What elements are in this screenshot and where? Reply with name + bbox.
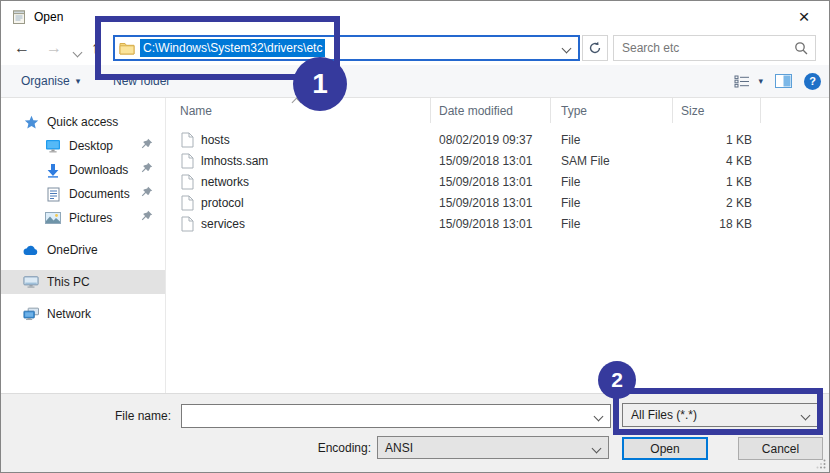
sidebar-item-onedrive[interactable]: OneDrive xyxy=(1,238,165,262)
file-date: 08/02/2019 09:37 xyxy=(431,129,551,150)
file-date: 15/09/2018 13:01 xyxy=(431,171,551,192)
chevron-down-icon xyxy=(562,44,572,54)
up-arrow-icon: ↑ xyxy=(91,39,99,57)
file-name-input[interactable] xyxy=(181,404,611,428)
notepad-icon xyxy=(11,9,27,25)
open-button[interactable]: Open xyxy=(622,437,708,460)
file-icon xyxy=(181,174,194,190)
table-row[interactable]: services 15/09/2018 13:01 File 18 KB xyxy=(167,213,828,234)
address-bar[interactable]: C:\Windows\System32\drivers\etc xyxy=(113,35,580,61)
network-icon xyxy=(23,306,39,322)
encoding-value: ANSI xyxy=(385,441,413,455)
table-row[interactable]: lmhosts.sam 15/09/2018 13:01 SAM File 4 … xyxy=(167,150,828,171)
view-mode-button[interactable]: ▾ xyxy=(734,75,763,88)
address-path-selected-text[interactable]: C:\Windows\System32\drivers\etc xyxy=(140,39,325,57)
back-button[interactable]: ← xyxy=(9,33,35,63)
chevron-down-icon[interactable] xyxy=(595,409,610,423)
sidebar-item-desktop[interactable]: Desktop xyxy=(1,134,165,158)
file-icon xyxy=(181,216,194,232)
onedrive-icon xyxy=(23,242,39,258)
title-bar: Open × xyxy=(1,1,829,33)
search-box[interactable]: Search etc xyxy=(613,35,816,61)
file-type: File xyxy=(551,213,673,234)
file-name: services xyxy=(201,217,245,231)
pin-icon xyxy=(141,186,153,198)
encoding-label: Encoding: xyxy=(271,441,371,455)
search-placeholder: Search etc xyxy=(614,41,679,55)
new-folder-label: New folder xyxy=(113,74,170,88)
pin-icon xyxy=(141,210,153,222)
forward-button[interactable]: → xyxy=(41,33,67,63)
sidebar-item-network[interactable]: Network xyxy=(1,302,165,326)
sidebar-item-pictures[interactable]: Pictures xyxy=(1,206,165,230)
cancel-button[interactable]: Cancel xyxy=(738,437,823,460)
file-date: 15/09/2018 13:01 xyxy=(431,192,551,213)
sidebar-item-downloads[interactable]: Downloads xyxy=(1,158,165,182)
address-dropdown-button[interactable] xyxy=(563,41,578,55)
this-pc-icon xyxy=(23,274,39,290)
sort-ascending-icon xyxy=(293,95,301,103)
encoding-select[interactable]: ANSI xyxy=(377,436,609,459)
command-toolbar: Organise ▾ New folder ▾ ? xyxy=(1,65,829,98)
folder-icon xyxy=(119,41,135,55)
column-headers: Name Date modified Type Size xyxy=(167,98,828,123)
preview-pane-button[interactable] xyxy=(775,74,792,88)
back-arrow-icon: ← xyxy=(14,39,30,57)
table-row[interactable]: protocol 15/09/2018 13:01 File 2 KB xyxy=(167,192,828,213)
file-type: File xyxy=(551,171,673,192)
pin-icon xyxy=(141,138,153,150)
file-name: hosts xyxy=(201,133,230,147)
question-mark-icon: ? xyxy=(809,75,816,87)
column-header-date-modified[interactable]: Date modified xyxy=(431,98,551,123)
sidebar-item-label: Documents xyxy=(69,187,130,201)
desktop-icon xyxy=(45,138,61,154)
pin-icon xyxy=(141,162,153,174)
close-icon: × xyxy=(798,6,809,28)
file-list: Name Date modified Type Size hosts 08/02… xyxy=(167,98,828,393)
file-type: File xyxy=(551,192,673,213)
table-row[interactable]: networks 15/09/2018 13:01 File 1 KB xyxy=(167,171,828,192)
new-folder-button[interactable]: New folder xyxy=(113,65,170,97)
up-button[interactable]: ↑ xyxy=(83,33,107,63)
help-button[interactable]: ? xyxy=(804,73,821,90)
refresh-button[interactable] xyxy=(582,35,608,61)
caret-down-icon: ▾ xyxy=(76,76,81,86)
file-type-value: All Files (*.*) xyxy=(631,408,697,422)
caret-down-icon: ▾ xyxy=(758,76,763,86)
sidebar-item-label: Downloads xyxy=(69,163,128,177)
refresh-icon xyxy=(588,41,602,55)
table-row[interactable]: hosts 08/02/2019 09:37 File 1 KB xyxy=(167,129,828,150)
column-header-type[interactable]: Type xyxy=(551,98,673,123)
dialog-footer: File name: All Files (*.*) Encoding: ANS… xyxy=(1,393,829,472)
sidebar-item-documents[interactable]: Documents xyxy=(1,182,165,206)
organise-label: Organise xyxy=(21,74,70,88)
file-type-select[interactable]: All Files (*.*) xyxy=(622,403,818,427)
file-type: File xyxy=(551,129,673,150)
sidebar-item-this-pc[interactable]: This PC xyxy=(1,270,165,294)
chevron-down-icon xyxy=(593,441,608,455)
file-size: 1 KB xyxy=(673,129,761,150)
organise-button[interactable]: Organise ▾ xyxy=(21,65,80,97)
sidebar-item-label: Pictures xyxy=(69,211,112,225)
forward-arrow-icon: → xyxy=(46,39,62,57)
details-view-icon xyxy=(734,75,750,88)
file-type: SAM File xyxy=(551,150,673,171)
sidebar-item-label: Quick access xyxy=(47,115,118,129)
preview-pane-icon xyxy=(775,74,792,88)
resize-grip[interactable] xyxy=(816,459,826,469)
file-name: protocol xyxy=(201,196,244,210)
navigation-bar: ← → ↑ C:\Windows\System32\drivers\etc Se… xyxy=(1,33,829,65)
close-button[interactable]: × xyxy=(784,3,824,31)
file-name: lmhosts.sam xyxy=(201,154,268,168)
sidebar-item-quick-access[interactable]: Quick access xyxy=(1,110,165,134)
file-icon xyxy=(181,153,194,169)
file-size: 1 KB xyxy=(673,171,761,192)
search-icon[interactable] xyxy=(794,41,815,55)
window-title: Open xyxy=(34,10,63,24)
file-date: 15/09/2018 13:01 xyxy=(431,150,551,171)
column-header-size[interactable]: Size xyxy=(673,98,761,123)
file-icon xyxy=(181,132,194,148)
file-name-label: File name: xyxy=(71,409,171,423)
quick-access-star-icon xyxy=(23,114,39,130)
downloads-icon xyxy=(45,162,61,178)
